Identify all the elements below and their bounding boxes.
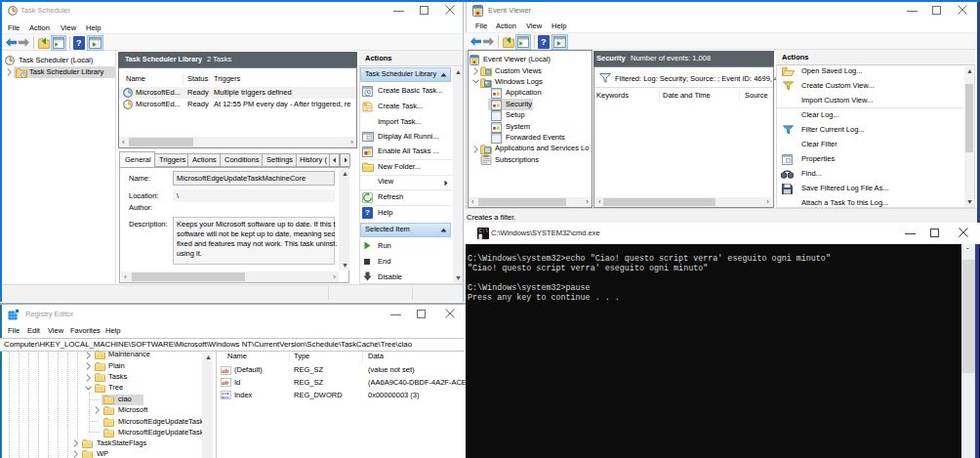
svg-text:011: 011 bbox=[222, 396, 229, 399]
svg-text:ab: ab bbox=[222, 366, 229, 374]
svg-text:ab: ab bbox=[222, 379, 229, 387]
